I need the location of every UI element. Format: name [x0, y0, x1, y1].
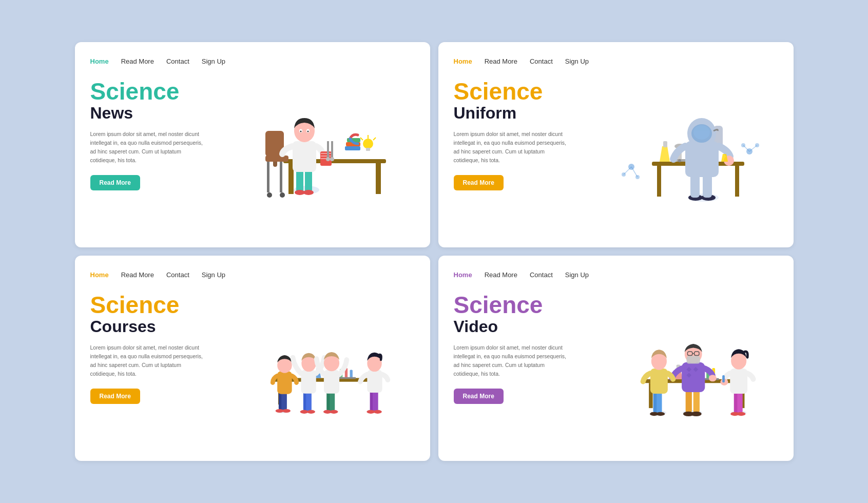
svg-rect-50: [735, 166, 739, 197]
svg-point-133: [656, 412, 665, 416]
svg-rect-134: [650, 369, 667, 394]
title-science-2: Science: [454, 80, 582, 103]
svg-rect-97: [323, 370, 339, 394]
text-science-courses: Science Courses Lorem ipsum dolor sit am…: [90, 293, 224, 404]
nav-readmore-4[interactable]: Read More: [485, 271, 517, 279]
svg-point-103: [373, 410, 381, 414]
svg-rect-76: [350, 370, 352, 378]
text-science-video: Science Video Lorem ipsum dolor sit amet…: [454, 293, 587, 404]
desc-4: Lorem ipsum dolor sit amet, mel noster d…: [454, 343, 567, 378]
read-more-button-2[interactable]: Read More: [454, 175, 504, 190]
svg-rect-94: [330, 392, 335, 411]
desc-3: Lorem ipsum dolor sit amet, mel noster d…: [90, 343, 203, 378]
read-more-button-1[interactable]: Read More: [90, 175, 140, 190]
nav-contact-3[interactable]: Contact: [166, 271, 189, 279]
nav-readmore-3[interactable]: Read More: [121, 271, 154, 279]
nav-science-courses: Home Read More Contact Sign Up: [90, 271, 415, 279]
title-science-3: Science: [90, 293, 219, 317]
svg-rect-15: [293, 141, 316, 172]
nav-home-1[interactable]: Home: [90, 57, 109, 65]
svg-rect-87: [306, 392, 312, 411]
nav-contact-4[interactable]: Contact: [530, 271, 553, 279]
card-science-video: Home Read More Contact Sign Up Science V…: [438, 256, 794, 461]
card-science-news: Home Read More Contact Sign Up Science N…: [75, 42, 430, 247]
svg-rect-125: [686, 356, 700, 363]
read-more-button-4[interactable]: Read More: [454, 389, 504, 404]
svg-rect-141: [730, 369, 747, 394]
svg-line-42: [631, 167, 638, 177]
svg-point-33: [363, 139, 373, 149]
svg-rect-2: [376, 163, 381, 194]
svg-rect-8: [267, 162, 269, 192]
subtitle-2: Uniform: [454, 103, 582, 123]
nav-signup-4[interactable]: Sign Up: [565, 271, 589, 279]
desc-1: Lorem ipsum dolor sit amet, mel noster d…: [90, 130, 203, 164]
nav-science-news: Home Read More Contact Sign Up: [90, 57, 415, 65]
nav-signup-1[interactable]: Sign Up: [202, 57, 225, 65]
svg-point-29: [330, 157, 334, 161]
svg-rect-77: [337, 377, 356, 379]
svg-rect-101: [373, 391, 378, 411]
svg-point-96: [330, 410, 338, 414]
title-science-1: Science: [90, 80, 219, 103]
svg-rect-49: [657, 166, 661, 197]
subtitle-4: Video: [454, 317, 582, 336]
svg-rect-26: [331, 141, 333, 159]
nav-signup-3[interactable]: Sign Up: [202, 271, 225, 279]
content-science-news: Science News Lorem ipsum dolor sit amet,…: [90, 80, 415, 213]
illustration-uniform: [587, 80, 778, 213]
read-more-button-3[interactable]: Read More: [90, 389, 140, 404]
illustration-news: [224, 80, 415, 213]
svg-rect-12: [305, 169, 312, 192]
svg-line-47: [743, 145, 749, 151]
svg-rect-11: [296, 169, 303, 192]
nav-readmore-2[interactable]: Read More: [485, 57, 517, 65]
svg-point-123: [708, 375, 716, 381]
svg-rect-122: [682, 362, 705, 392]
svg-rect-131: [657, 392, 662, 413]
nav-home-2[interactable]: Home: [454, 57, 472, 65]
svg-rect-5: [265, 156, 288, 162]
svg-line-46: [749, 145, 757, 151]
content-science-uniform: Science Uniform Lorem ipsum dolor sit am…: [454, 80, 778, 213]
svg-rect-118: [685, 390, 691, 413]
nav-contact-2[interactable]: Contact: [530, 57, 553, 65]
subtitle-1: News: [90, 103, 219, 123]
svg-rect-34: [366, 148, 370, 151]
svg-point-82: [282, 409, 291, 413]
nav-contact-1[interactable]: Contact: [166, 57, 189, 65]
card-science-uniform: Home Read More Contact Sign Up Science U…: [438, 42, 794, 247]
main-grid: Home Read More Contact Sign Up Science N…: [75, 42, 794, 461]
svg-line-41: [624, 167, 631, 175]
nav-science-uniform: Home Read More Contact Sign Up: [454, 57, 778, 65]
svg-rect-51: [663, 141, 667, 147]
nav-home-3[interactable]: Home: [90, 271, 109, 279]
nav-readmore-1[interactable]: Read More: [121, 57, 154, 65]
svg-rect-18: [321, 156, 331, 157]
svg-point-28: [326, 157, 330, 161]
svg-point-140: [737, 412, 745, 416]
nav-science-video: Home Read More Contact Sign Up: [454, 271, 778, 279]
desc-2: Lorem ipsum dolor sit amet, mel noster d…: [454, 130, 567, 164]
svg-line-37: [373, 138, 376, 140]
svg-rect-62: [703, 175, 712, 198]
subtitle-3: Courses: [90, 317, 219, 336]
illustration-courses: [224, 293, 415, 427]
content-science-courses: Science Courses Lorem ipsum dolor sit am…: [90, 293, 415, 427]
nav-home-4[interactable]: Home: [454, 271, 472, 279]
svg-point-6: [267, 192, 272, 198]
card-science-courses: Home Read More Contact Sign Up Science C…: [75, 256, 430, 461]
content-science-video: Science Video Lorem ipsum dolor sit amet…: [454, 293, 778, 427]
svg-rect-61: [690, 175, 700, 198]
svg-line-36: [360, 138, 363, 140]
nav-signup-2[interactable]: Sign Up: [565, 57, 589, 65]
svg-rect-138: [737, 392, 742, 413]
svg-rect-104: [367, 370, 382, 393]
text-science-uniform: Science Uniform Lorem ipsum dolor sit am…: [454, 80, 587, 190]
svg-point-67: [693, 125, 710, 140]
svg-point-121: [691, 412, 702, 416]
svg-rect-17: [321, 153, 331, 154]
svg-point-55: [678, 159, 681, 162]
svg-rect-25: [327, 141, 329, 159]
svg-rect-143: [722, 375, 725, 382]
